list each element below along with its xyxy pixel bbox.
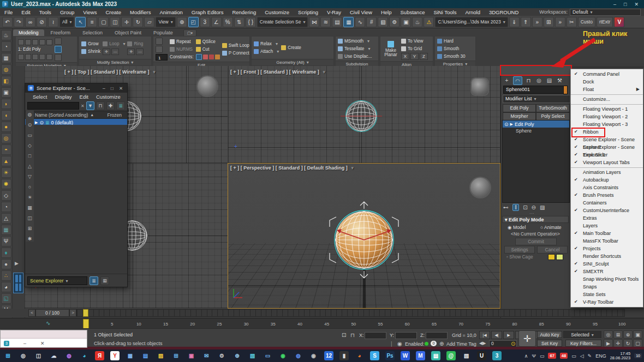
menu-item[interactable]: Group [56, 9, 79, 15]
curve-editor-icon[interactable]: ∿ [355, 17, 365, 27]
expand-icon[interactable]: ▶ [510, 122, 513, 126]
menu-item[interactable]: Arnold [461, 9, 485, 15]
listener-close[interactable]: ✕ [40, 341, 45, 346]
turbosmooth-button[interactable]: TurboSmooth [536, 104, 570, 112]
workspace-dropdown[interactable]: Default [570, 9, 641, 16]
rendered-frame-icon[interactable]: ▣ [401, 17, 411, 27]
selection-filter-dropdown[interactable]: All [59, 17, 74, 27]
isolate-selection-icon[interactable]: ⊡ [342, 332, 346, 338]
snap-toggle-icon[interactable]: 3 [200, 17, 210, 27]
menu-item[interactable]: Customize [260, 9, 294, 15]
viewport-nav-icon[interactable]: ▶ [604, 339, 613, 347]
constraint-normal-icon[interactable] [215, 55, 220, 59]
se-menu-item[interactable]: Display [51, 94, 75, 100]
mirror-icon[interactable]: ⋈ [309, 17, 319, 27]
context-menu-item[interactable]: ✔ Animation Layers ▶ [571, 167, 643, 176]
se-minimize-button[interactable]: – [103, 86, 105, 91]
schematic-view-icon[interactable]: # [366, 17, 377, 27]
overflow-icon[interactable]: » [532, 17, 542, 27]
se-maximize-button[interactable]: □ [111, 86, 114, 91]
speaker-icon[interactable]: ◁ [580, 353, 584, 359]
frame-step-icon[interactable]: ◀▶ [479, 341, 486, 346]
pm-icon[interactable] [55, 54, 62, 61]
angle-snap-icon[interactable]: ∠ [211, 17, 222, 27]
taskbar-app-icon[interactable]: ▧ [248, 351, 257, 360]
model-radio[interactable]: ◉ Model [508, 225, 526, 230]
object-color-swatch[interactable] [563, 86, 568, 94]
frame-counter[interactable]: 0 / 100 [35, 309, 69, 317]
vray-toolbar-icon[interactable]: ♨ [1, 30, 11, 40]
vray-toolbar-icon[interactable]: Ψ [1, 236, 11, 246]
key-filters-button[interactable]: Key Filters... [565, 340, 601, 347]
viewcube-front[interactable] [472, 79, 488, 95]
display-filter-icon[interactable]: △ [28, 164, 32, 169]
language-indicator[interactable]: ENG [595, 353, 606, 359]
time-tag-icon[interactable]: ◉ [397, 341, 402, 347]
menu-item[interactable]: Graph Editors [187, 9, 228, 15]
vray-toolbar-icon[interactable]: ◗ [1, 99, 11, 109]
context-menu-item[interactable]: ✔ Autobackup ▶ [571, 176, 643, 184]
nav-gizmo-icon[interactable]: ✛ [518, 330, 536, 347]
context-menu-item[interactable]: ✔ Scene Explorer - Scene Explorer 1 ▶ [571, 143, 643, 151]
ribbon-tab[interactable]: Freeform [45, 29, 76, 36]
context-menu-item[interactable]: ✔ Brush Presets ▶ [571, 191, 643, 199]
ref-coordsys-dropdown[interactable]: View [156, 17, 175, 27]
y-coord-field[interactable] [395, 332, 417, 339]
context-menu-item[interactable]: ✔ Containers ▶ [571, 199, 643, 207]
repeat-button[interactable]: Repeat [170, 38, 194, 45]
vray-toolbar-icon[interactable]: ▲ [1, 156, 11, 166]
context-menu-item[interactable]: ✔ Command Panel ▶ [571, 70, 643, 78]
loop-shrink-icon[interactable]: — [111, 49, 119, 55]
pconnect-button[interactable]: P Connect [222, 50, 255, 56]
hard-button[interactable]: Hard [437, 38, 466, 44]
auto-key-button[interactable]: Auto Key [537, 331, 562, 338]
menu-item[interactable]: V-Ray [323, 9, 345, 15]
modifier-list-dropdown[interactable]: Modifier List [503, 95, 570, 103]
viewport-layout-tabs[interactable] [13, 273, 23, 293]
taskbar-app-icon[interactable]: ◉ [278, 351, 288, 360]
context-menu-item[interactable]: ✔ Float ▶ [571, 86, 643, 93]
viewport-nav-icon[interactable]: ⊞ [613, 330, 623, 339]
dock-expand-icon[interactable]: ▶ [15, 261, 19, 266]
msmooth-button[interactable]: MSmooth [338, 38, 372, 44]
swift-loop-button[interactable]: Swift Loop [222, 42, 255, 49]
menu-item[interactable]: Substance [396, 9, 430, 15]
constraint-face-icon[interactable] [209, 55, 214, 59]
create-tab[interactable]: + [503, 76, 511, 84]
stack-item-edit-poly[interactable]: ⊙ ▶ Edit Poly [503, 120, 569, 128]
nurms-button[interactable]: NURMS [170, 46, 194, 52]
selection-lock-icon[interactable]: ⊓ [350, 332, 355, 338]
context-menu-item[interactable]: ✔ Projects ▶ [571, 245, 643, 252]
panel-label[interactable]: Geometry (All) [252, 59, 333, 65]
se-menu-item[interactable]: Edit [76, 94, 92, 100]
expand-icon[interactable]: ▶ [35, 120, 38, 125]
pen-icon[interactable]: ✎ [588, 353, 592, 359]
context-menu-item[interactable]: ✔ Customize... ▶ [571, 94, 643, 103]
smooth30-button[interactable]: Smooth 30 [437, 53, 466, 59]
taskbar-app-icon[interactable]: ▧ [462, 351, 471, 360]
context-menu-item[interactable]: ✔ MassFX Toolbar ▶ [571, 237, 643, 245]
viewcube-top[interactable] [198, 76, 217, 96]
microphone-icon[interactable]: Ψ [532, 353, 536, 359]
material-editor-icon[interactable]: ▧ [378, 17, 388, 27]
tessellate-button[interactable]: Tessellate [338, 45, 372, 52]
menu-item[interactable]: Views [79, 9, 101, 15]
morpher-button[interactable]: Morpher [503, 112, 536, 120]
motion-tab[interactable]: ◎ [535, 76, 543, 84]
maxscript-listener-window[interactable]: 3 – ✕ [0, 330, 87, 348]
taskbar-app-icon[interactable]: ◕ [355, 351, 364, 360]
display-filter-icon[interactable]: ◫ [27, 215, 32, 221]
add-layer-icon[interactable]: ✚ [106, 101, 115, 110]
select-scale-icon[interactable]: ▱ [144, 17, 154, 27]
menu-item[interactable]: Edit [17, 9, 34, 15]
taskbar-app-icon[interactable]: S [370, 351, 379, 360]
poly-select-button[interactable]: Poly Select [536, 112, 570, 120]
constraint-edge-icon[interactable] [203, 55, 208, 59]
taskbar-app-icon[interactable]: ◕ [80, 351, 89, 360]
use-displacement-button[interactable]: Use Displac... [338, 53, 372, 59]
vray-toolbar-icon[interactable]: ▦ [1, 225, 11, 235]
context-menu-item[interactable]: ✔ Layers ▶ [571, 222, 643, 230]
cage-color-swatch-2[interactable] [556, 254, 563, 260]
prev-frame-button[interactable]: < [28, 309, 35, 317]
notification-count[interactable]: 10 [634, 353, 642, 358]
